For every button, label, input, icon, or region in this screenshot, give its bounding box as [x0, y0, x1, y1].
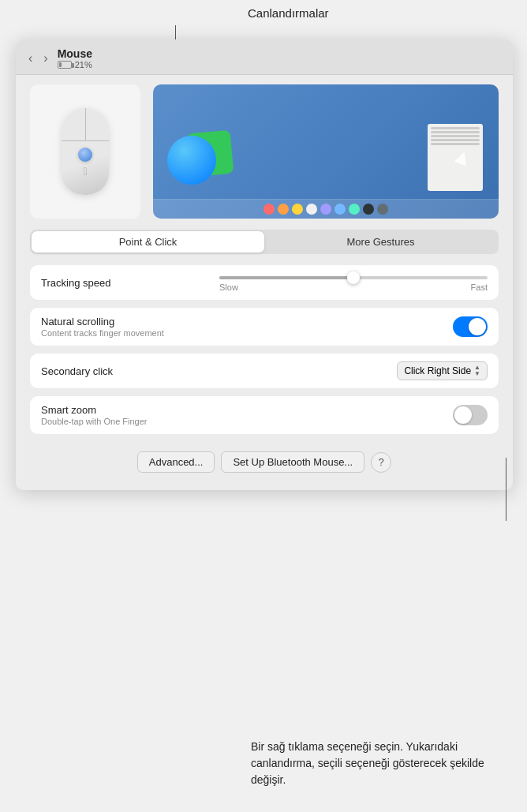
color-dot[interactable] [349, 204, 360, 215]
natural-scrolling-section: Natural scrolling Content tracks finger … [30, 308, 499, 346]
bluetooth-button[interactable]: Set Up Bluetooth Mouse... [221, 451, 364, 473]
color-dot[interactable] [278, 204, 289, 215]
natural-scrolling-label-col: Natural scrolling Content tracks finger … [41, 316, 164, 338]
tab-point-click[interactable]: Point & Click [32, 231, 264, 253]
paper-line-1 [431, 127, 480, 129]
paper-line-2 [431, 131, 480, 133]
secondary-click-dropdown[interactable]: Click Right Side ▲ ▼ [397, 361, 488, 380]
annotation-top-label: Canlandırmalar [248, 6, 329, 20]
buttons-row: Advanced... Set Up Bluetooth Mouse... ? [30, 442, 499, 476]
battery-row: 21% [58, 60, 92, 69]
annotation-right-line [506, 458, 506, 521]
content-area:  [16, 75, 513, 490]
mouse-illustration:  [30, 84, 140, 219]
help-button[interactable]: ? [371, 452, 391, 473]
mouse-left-button [62, 108, 86, 140]
dropdown-arrows-icon: ▲ ▼ [474, 365, 480, 377]
window-title: Mouse [58, 47, 92, 60]
annotation-bottom-text: Bir sağ tıklama seçeneği seçin. Yukarıda… [251, 739, 511, 788]
back-button[interactable]: ‹ [27, 51, 34, 65]
natural-scrolling-label: Natural scrolling [41, 316, 164, 327]
mouse-button-area [62, 108, 109, 141]
animation-preview [153, 84, 499, 219]
color-dot[interactable] [363, 204, 374, 215]
top-row:  [30, 84, 499, 219]
paper-line-3 [431, 135, 480, 137]
smart-zoom-section: Smart zoom Double-tap with One Finger [30, 396, 499, 434]
slider-fill [219, 276, 353, 279]
tab-more-gestures[interactable]: More Gestures [264, 231, 497, 253]
battery-label: 21% [75, 60, 92, 69]
color-dot[interactable] [320, 204, 331, 215]
forward-button[interactable]: › [42, 51, 49, 65]
natural-scrolling-toggle[interactable] [453, 316, 488, 337]
secondary-click-row: Secondary click Click Right Side ▲ ▼ [30, 354, 499, 388]
color-dot[interactable] [377, 204, 388, 215]
paper-line-4 [431, 139, 480, 141]
tracking-speed-row: Tracking speed Slow Fast [30, 265, 499, 300]
tracking-speed-slider-area: Slow Fast [219, 273, 488, 292]
tracking-speed-section: Tracking speed Slow Fast [30, 265, 499, 300]
slider-fast-label: Fast [471, 283, 488, 292]
color-dot[interactable] [335, 204, 346, 215]
natural-scrolling-sublabel: Content tracks finger movement [41, 328, 164, 338]
smart-zoom-label-col: Smart zoom Double-tap with One Finger [41, 404, 148, 426]
secondary-click-label: Secondary click [41, 365, 113, 377]
battery-icon [58, 61, 72, 69]
secondary-click-value: Click Right Side [404, 365, 471, 376]
color-dot[interactable] [264, 204, 275, 215]
natural-scrolling-row: Natural scrolling Content tracks finger … [30, 308, 499, 346]
smart-zoom-toggle-knob [454, 406, 472, 424]
paper-line-5 [431, 143, 480, 145]
advanced-button[interactable]: Advanced... [137, 451, 215, 473]
secondary-click-section: Secondary click Click Right Side ▲ ▼ [30, 354, 499, 388]
main-window: ‹ › Mouse 21%  [16, 39, 513, 490]
color-dot[interactable] [292, 204, 303, 215]
smart-zoom-row: Smart zoom Double-tap with One Finger [30, 396, 499, 434]
smart-zoom-toggle[interactable] [453, 405, 488, 425]
titlebar: ‹ › Mouse 21% [16, 39, 513, 75]
smart-zoom-label: Smart zoom [41, 404, 148, 416]
apple-logo-icon:  [83, 165, 87, 178]
smart-zoom-sublabel: Double-tap with One Finger [41, 417, 148, 426]
mouse-scroll-ball [78, 148, 92, 162]
tracking-speed-slider[interactable] [219, 276, 488, 279]
tab-bar: Point & Click More Gestures [30, 230, 499, 254]
tracking-speed-label: Tracking speed [41, 277, 110, 289]
titlebar-info: Mouse 21% [58, 47, 92, 69]
slider-thumb[interactable] [347, 271, 360, 284]
color-dot[interactable] [306, 204, 317, 215]
slider-slow-label: Slow [219, 283, 238, 292]
preview-colors-bar [153, 199, 499, 219]
mouse-shape:  [62, 108, 109, 195]
preview-screen [153, 84, 499, 199]
mouse-right-button [86, 108, 110, 140]
preview-blue-circle [167, 136, 216, 185]
toggle-knob [469, 318, 486, 335]
